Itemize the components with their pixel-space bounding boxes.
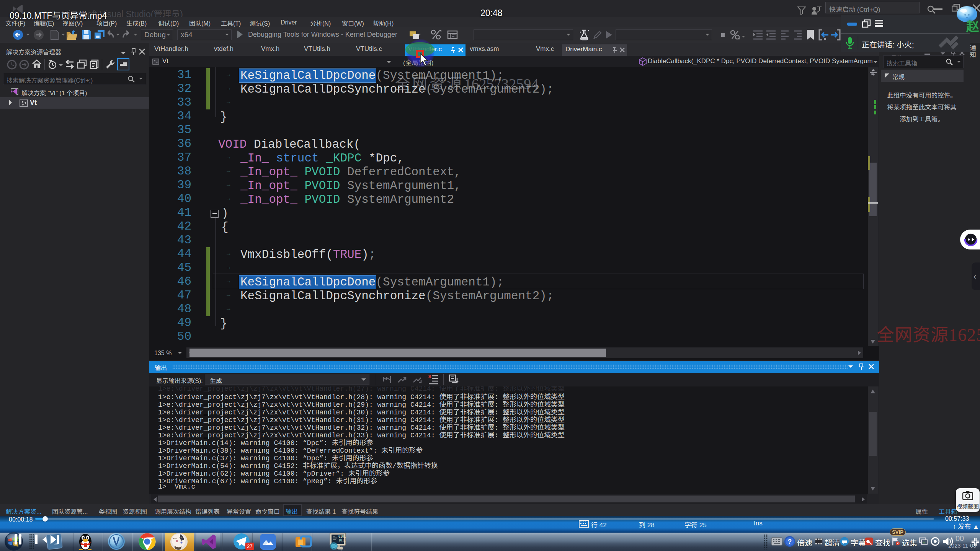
svg-text:1011: 1011 bbox=[338, 539, 346, 542]
svg-text:0101: 0101 bbox=[338, 535, 346, 538]
svg-text:?: ? bbox=[788, 538, 792, 545]
